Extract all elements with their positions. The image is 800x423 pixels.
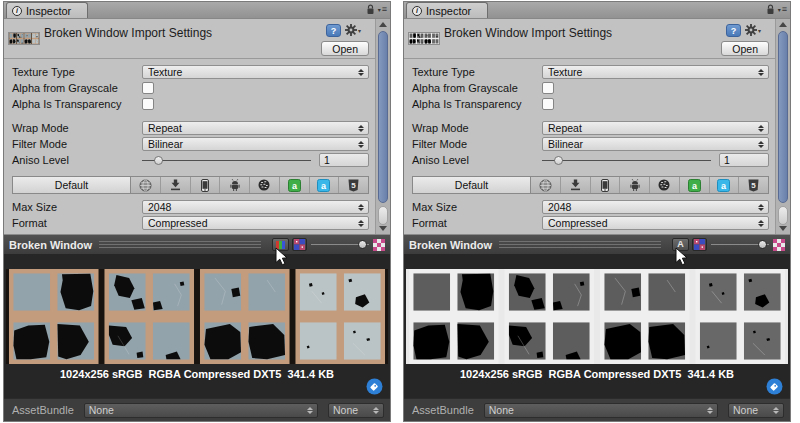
assetbundle-tag-button[interactable] [766,378,783,395]
preview-area: 1024x256 sRGB RGBA Compressed DXT5 341.4… [404,255,790,398]
preview-title: Broken Window [409,239,492,251]
assetbundle-label: AssetBundle [412,404,474,416]
format-dropdown[interactable]: Compressed [142,216,369,230]
mip-slider-knob[interactable] [758,240,767,249]
platform-tab-samsungtv[interactable]: a [710,177,740,193]
mip-level-slider[interactable] [311,238,369,251]
alpha-is-transparency-checkbox[interactable] [542,98,554,110]
panel-menu-icon[interactable]: ▾≡ [378,5,387,14]
scrollbar[interactable] [775,19,790,234]
platform-tab-blackberry[interactable] [650,177,680,193]
aniso-level-slider[interactable] [542,153,711,167]
import-settings-header: Broken Window Import Settings ? ▾ [404,19,775,59]
platform-tab-tizen[interactable]: a [680,177,710,193]
lock-icon[interactable] [366,4,375,15]
android-robot-icon [630,179,640,191]
lock-icon[interactable] [766,4,775,15]
texture-type-dropdown[interactable]: Texture [142,65,369,79]
alpha-channel-label: A [677,240,684,249]
scroll-down-arrow-icon[interactable] [379,226,387,231]
panel-menu-icon[interactable]: ▾≡ [778,5,787,14]
aniso-level-value[interactable]: 1 [319,153,369,167]
alpha-is-transparency-checkbox[interactable] [142,98,154,110]
texture-preview-image [6,269,388,364]
gear-icon [345,24,357,36]
tag-icon [366,378,383,395]
max-size-dropdown[interactable]: 2048 [542,200,769,214]
platform-tab-samsungtv[interactable]: a [310,177,340,193]
platform-tab-ios[interactable] [191,177,221,193]
gear-menu-button[interactable]: ▾ [345,24,361,36]
alpha-from-grayscale-checkbox[interactable] [142,82,154,94]
texture-type-dropdown[interactable]: Texture [542,65,769,79]
assetbundle-tag-button[interactable] [366,378,383,395]
platform-tab-android[interactable] [620,177,650,193]
filter-mode-dropdown[interactable]: Bilinear [142,137,369,151]
tab-inspector[interactable]: i Inspector [6,2,88,18]
open-button[interactable]: Open [721,41,769,56]
platform-tab-web[interactable] [531,177,561,193]
green-a-square-icon: a [688,179,701,192]
scroll-up-arrow-icon[interactable] [779,22,787,27]
alpha-from-grayscale-checkbox[interactable] [542,82,554,94]
assetbundle-dropdown[interactable]: None [84,403,318,418]
mipmap-icon-button[interactable] [292,238,307,251]
gear-menu-button[interactable]: ▾ [745,24,761,36]
svg-text:5: 5 [351,181,356,190]
globe-icon [139,179,152,192]
platform-tab-webgl[interactable]: 5 [739,177,768,193]
preview-title: Broken Window [9,239,92,251]
max-size-dropdown[interactable]: 2048 [142,200,369,214]
filter-mode-dropdown[interactable]: Bilinear [542,137,769,151]
help-button[interactable]: ? [326,24,341,37]
aniso-level-value[interactable]: 1 [719,153,769,167]
assetbundle-variant-dropdown[interactable]: None [728,403,784,418]
tab-inspector-label: Inspector [26,5,71,17]
mipmap-checker-icon [694,239,705,250]
mip-slider-knob[interactable] [358,240,367,249]
dropdown-arrows-icon [707,407,713,414]
wrap-mode-dropdown[interactable]: Repeat [542,121,769,135]
texture-thumbnail [9,33,39,44]
platform-tab-default[interactable]: Default [413,177,531,193]
platform-tab-webgl[interactable]: 5 [339,177,368,193]
mipmap-icon-button[interactable] [692,238,707,251]
channel-toggle-button[interactable]: A [672,238,689,251]
scroll-down-arrow-icon[interactable] [779,226,787,231]
dropdown-arrows-icon [373,407,379,414]
mip-max-checker-icon [773,239,785,251]
channel-toggle-button[interactable] [272,238,289,251]
format-dropdown[interactable]: Compressed [542,216,769,230]
mip-level-slider[interactable] [711,238,769,251]
tab-inspector[interactable]: i Inspector [406,2,488,18]
slider-knob[interactable] [554,156,563,165]
platform-tab-web[interactable] [131,177,161,193]
texture-type-label: Texture Type [412,66,542,78]
open-button[interactable]: Open [321,41,369,56]
platform-tab-android[interactable] [220,177,250,193]
platform-bar: Default [412,176,769,194]
scroll-up-arrow-icon[interactable] [379,22,387,27]
wrap-mode-dropdown[interactable]: Repeat [142,121,369,135]
preview-resize-grip[interactable] [99,241,261,248]
platform-tab-blackberry[interactable] [250,177,280,193]
assetbundle-dropdown[interactable]: None [484,403,718,418]
platform-tab-default[interactable]: Default [13,177,131,193]
platform-tab-standalone[interactable] [161,177,191,193]
import-settings-header: Broken Window Import Settings ? ▾ [4,19,375,59]
preview-resize-grip[interactable] [499,241,661,248]
assetbundle-variant-dropdown[interactable]: None [328,403,384,418]
slider-knob[interactable] [154,156,163,165]
scrollbar[interactable] [375,19,390,234]
help-button[interactable]: ? [726,24,741,37]
aniso-level-slider[interactable] [142,153,311,167]
texture-type-row: Texture Type Texture [4,64,375,80]
scrollbar-thumb[interactable] [378,31,388,203]
platform-tab-standalone[interactable] [561,177,591,193]
scrollbar-thumb[interactable] [778,31,788,203]
svg-text:5: 5 [751,181,756,190]
format-row: Format Compressed [404,215,775,231]
platform-tab-ios[interactable] [591,177,621,193]
platform-tab-tizen[interactable]: a [280,177,310,193]
dropdown-arrows-icon [358,69,364,76]
